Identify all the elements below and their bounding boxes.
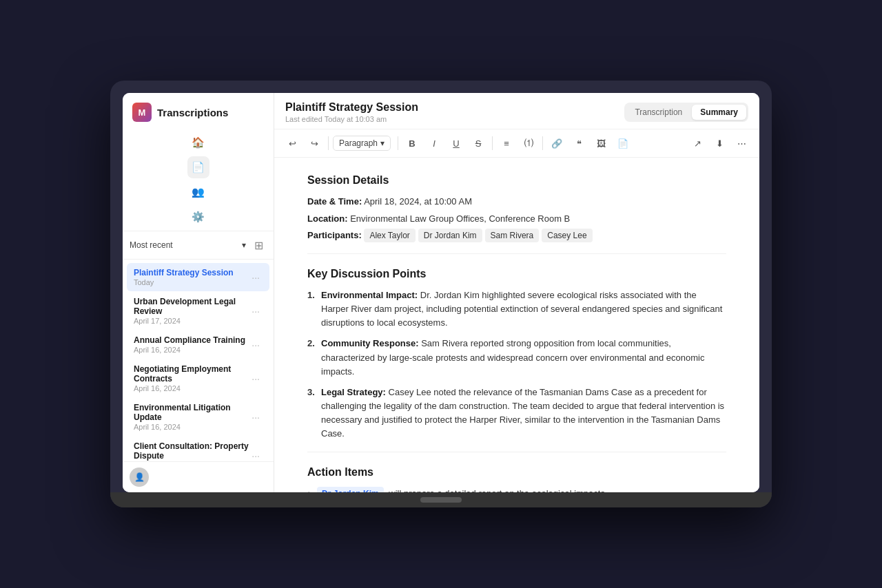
doc-item-more-icon[interactable]: ···	[249, 271, 263, 284]
user-avatar: 👤	[130, 468, 149, 487]
participant-tag: Casey Lee	[542, 229, 592, 242]
toolbar: ↩ ↪ Paragraph ▾ B I U S ≡ ⑴ 🔗 ❝ 🖼 📄	[274, 129, 759, 158]
sidebar-header: M Transcriptions	[123, 93, 274, 129]
tab-transcription[interactable]: Transcription	[626, 105, 690, 120]
document-title: Plaintiff Strategy Session	[285, 101, 624, 114]
doc-list-item[interactable]: Client Consultation: Property Dispute Ap…	[127, 437, 269, 461]
link-button[interactable]: 🔗	[547, 134, 566, 153]
kd-key: Community Response:	[321, 338, 419, 348]
undo-button[interactable]: ↩	[283, 134, 302, 153]
screen: M Transcriptions 🏠 📄 👥 ⚙️ Most recent ▾ …	[123, 93, 759, 492]
key-discussion-list: Environmental Impact: Dr. Jordan Kim hig…	[307, 288, 726, 441]
doc-item-name: Negotiating Employment Contracts	[134, 364, 249, 384]
filter-bar: Most recent ▾ ⊞	[123, 231, 274, 260]
app-title: Transcriptions	[157, 107, 228, 118]
app-logo: M	[132, 103, 152, 122]
doc-list-item[interactable]: Environmental Litigation Update April 16…	[127, 398, 269, 436]
key-discussion-item: Community Response: Sam Rivera reported …	[307, 337, 726, 378]
laptop-notch	[420, 497, 462, 503]
doc-item-name: Client Consultation: Property Dispute	[134, 441, 249, 461]
doc-item-name: Annual Compliance Training	[134, 335, 249, 345]
participant-tag: Alex Taylor	[364, 229, 415, 242]
session-details-title: Session Details	[307, 174, 726, 187]
numbered-list-button[interactable]: ⑴	[519, 134, 538, 153]
doc-item-name: Environmental Litigation Update	[134, 403, 249, 422]
doc-item-more-icon[interactable]: ···	[249, 338, 263, 352]
doc-item-date: April 16, 2024	[134, 384, 249, 392]
doc-item-date: April 16, 2024	[134, 346, 249, 354]
docs-icon-btn[interactable]: 📄	[187, 156, 209, 178]
participants-label: Participants:	[307, 230, 362, 240]
doc-list-item[interactable]: Plaintiff Strategy Session Today ···	[127, 263, 269, 291]
document-subtitle: Last edited Today at 10:03 am	[285, 115, 624, 123]
toolbar-divider-4	[542, 136, 543, 150]
divider-1	[307, 253, 726, 254]
toolbar-divider-2	[398, 136, 398, 150]
chevron-down-icon: ▾	[380, 138, 384, 148]
toolbar-divider-1	[328, 136, 329, 150]
file-button[interactable]: 📄	[613, 134, 633, 153]
doc-item-more-icon[interactable]: ···	[249, 410, 263, 424]
doc-item-more-icon[interactable]: ···	[249, 304, 263, 318]
doc-item-more-icon[interactable]: ···	[249, 372, 263, 386]
doc-item-text: Negotiating Employment Contracts April 1…	[134, 364, 249, 392]
paragraph-selector[interactable]: Paragraph ▾	[333, 136, 391, 151]
location-row: Location: Environmental Law Group Office…	[307, 212, 726, 226]
toolbar-right: ↗ ⬇ ⋯	[688, 134, 751, 153]
kd-key: Environmental Impact:	[321, 290, 418, 300]
sidebar: M Transcriptions 🏠 📄 👥 ⚙️ Most recent ▾ …	[123, 93, 274, 492]
chevron-down-icon: ▾	[242, 240, 246, 250]
doc-item-date: Today	[134, 278, 249, 286]
laptop-base	[110, 492, 772, 507]
document-body: Session Details Date & Time: April 18, 2…	[274, 158, 759, 492]
participants-row: Participants: Alex TaylorDr Jordan KimSa…	[307, 229, 726, 242]
settings-icon-btn[interactable]: ⚙️	[187, 206, 209, 228]
strikethrough-button[interactable]: S	[469, 134, 488, 153]
doc-item-name: Urban Development Legal Review	[134, 297, 249, 316]
download-button[interactable]: ⬇	[710, 134, 729, 153]
doc-item-text: Environmental Litigation Update April 16…	[134, 403, 249, 431]
underline-button[interactable]: U	[447, 134, 466, 153]
doc-item-text: Client Consultation: Property Dispute Ap…	[134, 441, 249, 461]
action-items-title: Action Items	[307, 466, 726, 479]
participants-tags: Alex TaylorDr Jordan KimSam RiveraCasey …	[364, 230, 595, 240]
person-tag: Dr Jordan Kim	[317, 487, 384, 492]
redo-button[interactable]: ↪	[305, 134, 324, 153]
view-tabs: Transcription Summary	[624, 103, 748, 122]
bold-button[interactable]: B	[402, 134, 422, 153]
location-label: Location:	[307, 213, 348, 224]
more-options-button[interactable]: ⋯	[732, 134, 751, 153]
doc-item-text: Plaintiff Strategy Session Today	[134, 268, 249, 286]
participant-tag: Sam Rivera	[485, 229, 540, 242]
italic-button[interactable]: I	[424, 134, 444, 153]
doc-list: Plaintiff Strategy Session Today ··· Urb…	[123, 260, 274, 461]
action-item: Dr Jordan Kim will prepare a detailed re…	[307, 487, 726, 492]
image-button[interactable]: 🖼	[591, 134, 611, 153]
action-items-list: Dr Jordan Kim will prepare a detailed re…	[307, 487, 726, 492]
share-button[interactable]: ↗	[688, 134, 707, 153]
key-discussion-item: Legal Strategy: Casey Lee noted the rele…	[307, 386, 726, 441]
quote-button[interactable]: ❝	[569, 134, 588, 153]
filter-options-icon[interactable]: ⊞	[250, 237, 267, 253]
doc-item-date: April 16, 2024	[134, 423, 249, 431]
doc-list-item[interactable]: Negotiating Employment Contracts April 1…	[127, 359, 269, 397]
key-discussion-title: Key Discussion Points	[307, 268, 726, 280]
tab-summary[interactable]: Summary	[692, 105, 746, 120]
laptop-frame: M Transcriptions 🏠 📄 👥 ⚙️ Most recent ▾ …	[110, 81, 772, 507]
sidebar-footer: 👤	[123, 461, 274, 492]
main-content: Plaintiff Strategy Session Last edited T…	[274, 93, 759, 492]
date-row: Date & Time: April 18, 2024, at 10:00 AM	[307, 195, 726, 209]
date-value: April 18, 2024, at 10:00 AM	[364, 196, 472, 207]
toolbar-divider-3	[492, 136, 493, 150]
filter-dropdown[interactable]: Most recent ▾	[130, 240, 246, 250]
date-label: Date & Time:	[307, 196, 362, 207]
doc-item-text: Annual Compliance Training April 16, 202…	[134, 335, 249, 354]
location-value: Environmental Law Group Offices, Confere…	[350, 213, 570, 224]
home-icon-btn[interactable]: 🏠	[187, 132, 209, 154]
doc-item-more-icon[interactable]: ···	[249, 449, 263, 462]
doc-list-item[interactable]: Urban Development Legal Review April 17,…	[127, 292, 269, 330]
bullet-list-button[interactable]: ≡	[497, 134, 516, 153]
people-icon-btn[interactable]: 👥	[187, 181, 209, 203]
doc-list-item[interactable]: Annual Compliance Training April 16, 202…	[127, 330, 269, 359]
participant-tag: Dr Jordan Kim	[418, 229, 482, 242]
